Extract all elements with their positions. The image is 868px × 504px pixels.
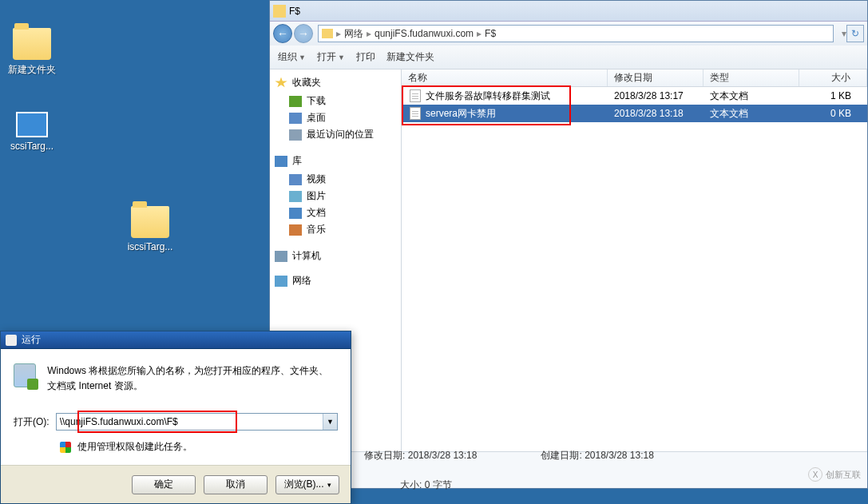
icon-label: scsiTarg... (0, 141, 64, 152)
toolbar-open[interactable]: 打开▼ (317, 50, 345, 64)
run-title-text: 运行 (22, 333, 41, 347)
separator: ▸ (336, 28, 341, 39)
sidebar-libraries[interactable]: 库 (275, 154, 396, 168)
watermark-logo-icon: X (808, 467, 822, 482)
sidebar-item-videos[interactable]: 视频 (275, 171, 396, 188)
titlebar[interactable]: F$ (270, 1, 867, 22)
folder-icon (13, 28, 51, 60)
run-open-row: 打开(O): ▼ (14, 413, 338, 431)
explorer-window: F$ ← → ▸ 网络 ▸ qunjiFS.fudanwuxi.com ▸ F$… (269, 0, 868, 489)
file-rows: 文件服务器故障转移群集测试 2018/3/28 13:17 文本文档 1 KB … (402, 87, 867, 122)
chevron-left-icon: ← (277, 27, 288, 40)
desktop-icon-newfolder[interactable]: 新建文件夹 (0, 28, 64, 77)
recent-icon (289, 129, 302, 141)
caret-icon: ▼ (299, 54, 306, 62)
run-footer: 确定 取消 浏览(B)...▾ (1, 465, 351, 503)
video-icon (289, 174, 302, 185)
music-icon (289, 224, 302, 236)
address-bar[interactable]: ▸ 网络 ▸ qunjiFS.fudanwuxi.com ▸ F$ (318, 25, 834, 42)
sidebar-item-desktop[interactable]: 桌面 (275, 109, 396, 126)
run-description: Windows 将根据您所输入的名称，为您打开相应的程序、文件夹、文档或 Int… (47, 363, 338, 394)
separator: ▸ (367, 28, 371, 39)
sidebar-network[interactable]: 网络 (275, 274, 396, 288)
star-icon (275, 77, 287, 89)
file-type: 文本文档 (704, 89, 799, 103)
run-titlebar[interactable]: 运行 (1, 331, 351, 349)
window-title: F$ (289, 6, 300, 17)
crumb-share[interactable]: F$ (485, 28, 496, 39)
sidebar-item-documents[interactable]: 文档 (275, 204, 396, 221)
sidebar-item-music[interactable]: 音乐 (275, 221, 396, 238)
file-date: 2018/3/28 13:17 (608, 90, 704, 101)
toolbar-organize[interactable]: 组织▼ (278, 50, 306, 64)
icon-label: iscsiTarg... (118, 241, 182, 252)
content-area: 收藏夹 下载 桌面 最近访问的位置 库 视频 图片 文档 音乐 计算机 网络 名… (270, 69, 867, 451)
thumb-icon (16, 112, 48, 137)
icon-label: 新建文件夹 (0, 63, 64, 77)
cancel-button[interactable]: 取消 (204, 475, 268, 494)
dropdown-button[interactable]: ▼ (323, 414, 337, 430)
caret-icon: ▼ (338, 54, 345, 62)
file-name: 文件服务器故障转移群集测试 (426, 89, 550, 103)
caret-icon: ▾ (327, 481, 331, 489)
toolbar-newfolder[interactable]: 新建文件夹 (386, 50, 434, 64)
chevron-right-icon: → (298, 27, 309, 40)
back-button[interactable]: ← (273, 24, 292, 43)
column-size[interactable]: 大小 (799, 69, 867, 86)
desktop-icon-scsi[interactable]: scsiTarg... (0, 112, 64, 152)
column-name[interactable]: 名称 (402, 69, 608, 86)
separator: ▸ (477, 28, 482, 39)
column-date[interactable]: 修改日期 (608, 69, 704, 86)
run-body: Windows 将根据您所输入的名称，为您打开相应的程序、文件夹、文档或 Int… (1, 349, 351, 465)
shield-icon (60, 442, 71, 453)
file-area: 名称 修改日期 类型 大小 文件服务器故障转移群集测试 2018/3/28 13… (402, 69, 867, 451)
forward-button[interactable]: → (294, 24, 313, 43)
file-date: 2018/3/28 13:18 (608, 108, 704, 119)
refresh-button[interactable]: ↻ (846, 25, 864, 42)
run-app-icon (14, 363, 36, 387)
open-input[interactable] (57, 414, 323, 430)
document-icon (289, 208, 302, 219)
nav-bar: ← → ▸ 网络 ▸ qunjiFS.fudanwuxi.com ▸ F$ ▾ … (270, 22, 867, 46)
run-admin-note: 使用管理权限创建此任务。 (14, 440, 338, 454)
computer-icon (275, 251, 287, 262)
text-file-icon (410, 107, 421, 120)
sidebar-computer[interactable]: 计算机 (275, 249, 396, 263)
text-file-icon (410, 89, 421, 102)
library-icon (275, 156, 287, 167)
file-row[interactable]: servera网卡禁用 2018/3/28 13:18 文本文档 0 KB (402, 105, 867, 122)
file-size: 1 KB (799, 90, 867, 101)
status-bar: servera网卡禁用 修改日期: 2018/3/28 13:18 创建日期: … (270, 451, 867, 488)
folder-icon (131, 206, 169, 238)
run-dialog: 运行 Windows 将根据您所输入的名称，为您打开相应的程序、文件夹、文档或 … (0, 331, 351, 504)
toolbar: 组织▼ 打开▼ 打印 新建文件夹 (270, 46, 867, 69)
folder-icon (322, 29, 333, 38)
sidebar-item-downloads[interactable]: 下载 (275, 93, 396, 109)
file-size: 0 KB (799, 108, 867, 119)
toolbar-print[interactable]: 打印 (356, 50, 375, 64)
column-type[interactable]: 类型 (704, 69, 799, 86)
column-header: 名称 修改日期 类型 大小 (402, 69, 867, 87)
download-icon (289, 96, 302, 107)
sidebar-favorites[interactable]: 收藏夹 (275, 76, 396, 89)
sidebar-item-recent[interactable]: 最近访问的位置 (275, 126, 396, 143)
ok-button[interactable]: 确定 (132, 475, 196, 494)
crumb-host[interactable]: qunjiFS.fudanwuxi.com (375, 28, 474, 39)
network-icon (275, 276, 287, 287)
desktop-icon (289, 113, 302, 124)
folder-icon (273, 5, 286, 18)
watermark: X 创新互联 (808, 467, 861, 482)
open-combobox[interactable]: ▼ (56, 413, 338, 431)
file-type: 文本文档 (704, 107, 799, 121)
file-name: servera网卡禁用 (426, 107, 496, 121)
desktop-icon-iscsi[interactable]: iscsiTarg... (118, 206, 182, 252)
file-row[interactable]: 文件服务器故障转移群集测试 2018/3/28 13:17 文本文档 1 KB (402, 87, 867, 105)
run-icon (6, 335, 17, 346)
open-label: 打开(O): (14, 415, 50, 429)
browse-button[interactable]: 浏览(B)...▾ (275, 475, 339, 494)
crumb-network[interactable]: 网络 (344, 27, 363, 41)
picture-icon (289, 191, 302, 202)
sidebar-item-pictures[interactable]: 图片 (275, 188, 396, 204)
